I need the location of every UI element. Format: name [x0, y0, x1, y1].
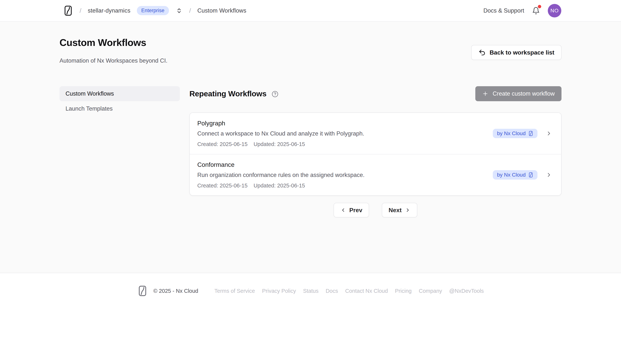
workflow-created: Created: 2025-06-15 — [197, 183, 248, 189]
plan-badge: Enterprise — [137, 6, 169, 15]
notifications-button[interactable] — [532, 7, 540, 15]
by-nx-cloud-badge[interactable]: by Nx Cloud — [493, 129, 537, 138]
create-custom-workflow-button[interactable]: Create custom workflow — [475, 86, 562, 101]
create-button-label: Create custom workflow — [493, 90, 555, 97]
breadcrumb-separator: / — [80, 7, 81, 14]
nx-cloud-icon — [528, 131, 533, 136]
footer-link-docs[interactable]: Docs — [326, 288, 338, 294]
chevron-left-icon — [340, 207, 346, 213]
workflow-description: Connect a workspace to Nx Cloud and anal… — [197, 130, 364, 137]
breadcrumb: / stellar-dynamics Enterprise / Custom W… — [63, 5, 246, 16]
pagination: Prev Next — [190, 203, 562, 217]
plus-icon — [482, 91, 488, 97]
prev-label: Prev — [349, 207, 362, 214]
page-header: Custom Workflows Automation of Nx Worksp… — [59, 37, 168, 64]
main-panel: Repeating Workflows — [190, 86, 562, 217]
workflow-title: Polygraph — [197, 120, 364, 127]
workflow-updated: Updated: 2025-06-15 — [254, 183, 305, 189]
breadcrumb-section[interactable]: Custom Workflows — [197, 7, 246, 14]
section-heading: Repeating Workflows — [190, 89, 266, 98]
footer-link-nxdevtools[interactable]: @NxDevTools — [449, 288, 484, 294]
content-region: Custom Workflows Automation of Nx Worksp… — [0, 22, 621, 273]
page-subtitle: Automation of Nx Workspaces beyond CI. — [59, 57, 168, 64]
docs-support-link[interactable]: Docs & Support — [483, 7, 524, 14]
sidebar-item-custom-workflows[interactable]: Custom Workflows — [59, 86, 180, 101]
user-avatar[interactable]: NO — [548, 4, 561, 17]
footer-link-contact[interactable]: Contact Nx Cloud — [345, 288, 388, 294]
back-button-label: Back to workspace list — [490, 49, 554, 56]
chevrons-up-down-icon — [176, 7, 182, 14]
nx-cloud-app: / stellar-dynamics Enterprise / Custom W… — [0, 0, 621, 364]
footer-link-pricing[interactable]: Pricing — [395, 288, 412, 294]
chevron-right-icon — [405, 207, 411, 213]
next-page-button[interactable]: Next — [382, 203, 417, 217]
copyright: © 2025 - Nx Cloud — [153, 288, 198, 294]
section-heading-row: Repeating Workflows — [190, 86, 562, 101]
footer-link-company[interactable]: Company — [419, 288, 442, 294]
workflow-list: Polygraph Connect a workspace to Nx Clou… — [190, 112, 562, 196]
nx-cloud-icon — [528, 172, 533, 178]
by-nx-cloud-badge[interactable]: by Nx Cloud — [493, 170, 537, 180]
nx-logo-icon — [137, 285, 148, 297]
sidebar: Custom Workflows Launch Templates — [59, 86, 180, 116]
footer: © 2025 - Nx Cloud Terms of Service Priva… — [0, 273, 621, 364]
sidebar-item-launch-templates[interactable]: Launch Templates — [59, 101, 180, 116]
footer-link-status[interactable]: Status — [303, 288, 318, 294]
nx-logo-icon[interactable] — [63, 5, 73, 16]
workflow-title: Conformance — [197, 161, 364, 168]
page-title: Custom Workflows — [59, 37, 168, 48]
footer-link-terms[interactable]: Terms of Service — [214, 288, 255, 294]
workflow-description: Run organization conformance rules on th… — [197, 172, 364, 178]
workflow-created: Created: 2025-06-15 — [197, 141, 248, 147]
workflow-row-conformance[interactable]: Conformance Run organization conformance… — [190, 154, 561, 195]
undo-arrow-icon — [478, 49, 486, 56]
workflow-row-polygraph[interactable]: Polygraph Connect a workspace to Nx Clou… — [190, 113, 561, 154]
workspace-name[interactable]: stellar-dynamics — [88, 7, 130, 14]
workspace-switcher-button[interactable] — [175, 7, 183, 15]
workflow-updated: Updated: 2025-06-15 — [254, 141, 305, 147]
help-circle-icon[interactable] — [272, 91, 278, 97]
footer-link-privacy[interactable]: Privacy Policy — [262, 288, 296, 294]
footer-links: Terms of Service Privacy Policy Status D… — [214, 288, 484, 294]
prev-page-button[interactable]: Prev — [334, 203, 369, 217]
notification-dot — [538, 5, 541, 8]
chevron-right-icon[interactable] — [546, 130, 552, 137]
chevron-right-icon[interactable] — [546, 172, 552, 178]
next-label: Next — [389, 207, 401, 214]
top-navbar: / stellar-dynamics Enterprise / Custom W… — [0, 0, 621, 22]
back-to-workspace-list-button[interactable]: Back to workspace list — [471, 45, 562, 60]
navbar-actions: Docs & Support NO — [483, 4, 561, 17]
breadcrumb-separator: / — [189, 7, 191, 14]
